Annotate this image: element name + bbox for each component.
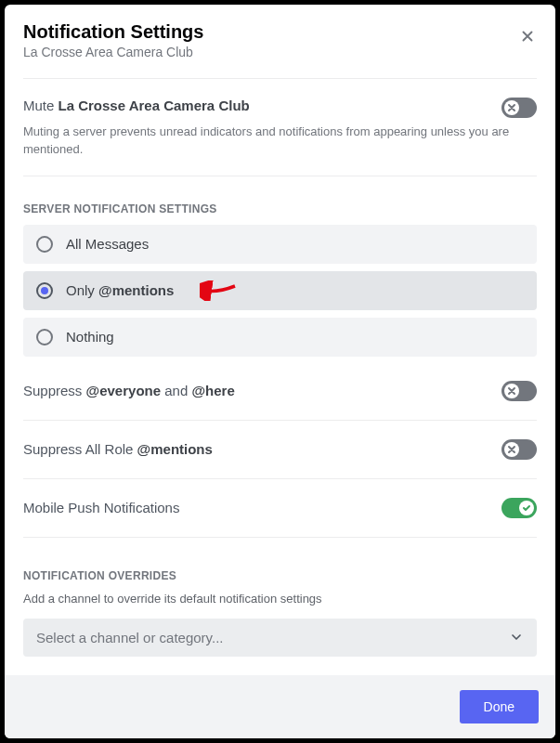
suppress-role-label: Suppress All Role @mentions xyxy=(23,441,213,457)
radio-icon xyxy=(36,236,53,253)
radio-label: Only @mentions xyxy=(66,282,174,298)
modal-title: Notification Settings xyxy=(23,21,537,43)
close-button[interactable] xyxy=(516,25,539,47)
mute-label: Mute La Crosse Area Camera Club xyxy=(23,98,250,113)
mobile-push-label: Mobile Push Notifications xyxy=(23,500,179,515)
suppress-role-toggle[interactable] xyxy=(501,439,537,460)
mute-target: La Crosse Area Camera Club xyxy=(59,98,250,113)
close-icon xyxy=(519,28,536,45)
x-icon xyxy=(507,386,516,396)
radio-only-mentions[interactable]: Only @mentions xyxy=(23,271,537,310)
check-icon xyxy=(522,503,531,513)
suppress-everyone-row: Suppress @everyone and @here xyxy=(23,362,537,420)
modal-footer: Done xyxy=(5,675,555,738)
modal-header: Notification Settings La Crosse Area Cam… xyxy=(5,5,555,71)
overrides-desc: Add a channel to override its default no… xyxy=(23,592,537,606)
mute-toggle[interactable] xyxy=(501,98,537,118)
suppress-everyone-label: Suppress @everyone and @here xyxy=(23,383,235,398)
done-button[interactable]: Done xyxy=(460,690,539,723)
server-notif-heading: Server Notification Settings xyxy=(23,202,537,215)
radio-nothing[interactable]: Nothing xyxy=(23,318,537,357)
chevron-down-icon xyxy=(509,630,524,645)
suppress-role-row: Suppress All Role @mentions xyxy=(23,421,537,478)
server-notif-radiogroup: All Messages Only @mentions Nothing xyxy=(23,225,537,357)
mute-hint: Muting a server prevents unread indicato… xyxy=(23,124,537,176)
modal-subtitle: La Crosse Area Camera Club xyxy=(23,45,537,59)
modal-content: Mute La Crosse Area Camera Club Muting a… xyxy=(5,71,555,675)
radio-icon xyxy=(36,329,53,345)
mute-prefix: Mute xyxy=(23,98,59,113)
x-icon xyxy=(507,103,516,112)
toggle-knob xyxy=(504,100,519,115)
mute-section: Mute La Crosse Area Camera Club Muting a… xyxy=(23,78,537,176)
notification-settings-modal: Notification Settings La Crosse Area Cam… xyxy=(5,5,555,738)
radio-all-messages[interactable]: All Messages xyxy=(23,225,537,264)
x-icon xyxy=(507,445,516,454)
toggle-knob xyxy=(519,501,534,515)
arrow-annotation-icon xyxy=(200,280,237,301)
radio-label: All Messages xyxy=(66,236,149,252)
override-channel-select[interactable]: Select a channel or category... xyxy=(23,619,537,657)
mobile-push-row: Mobile Push Notifications xyxy=(23,479,537,537)
mute-row: Mute La Crosse Area Camera Club xyxy=(23,94,537,124)
overrides-heading: Notification Overrides xyxy=(23,569,537,582)
toggle-knob xyxy=(504,384,519,398)
mobile-push-toggle[interactable] xyxy=(501,498,537,518)
toggle-knob xyxy=(504,442,519,457)
select-placeholder: Select a channel or category... xyxy=(36,630,224,645)
suppress-everyone-toggle[interactable] xyxy=(501,381,537,401)
radio-icon xyxy=(36,282,53,299)
radio-label: Nothing xyxy=(66,329,114,345)
